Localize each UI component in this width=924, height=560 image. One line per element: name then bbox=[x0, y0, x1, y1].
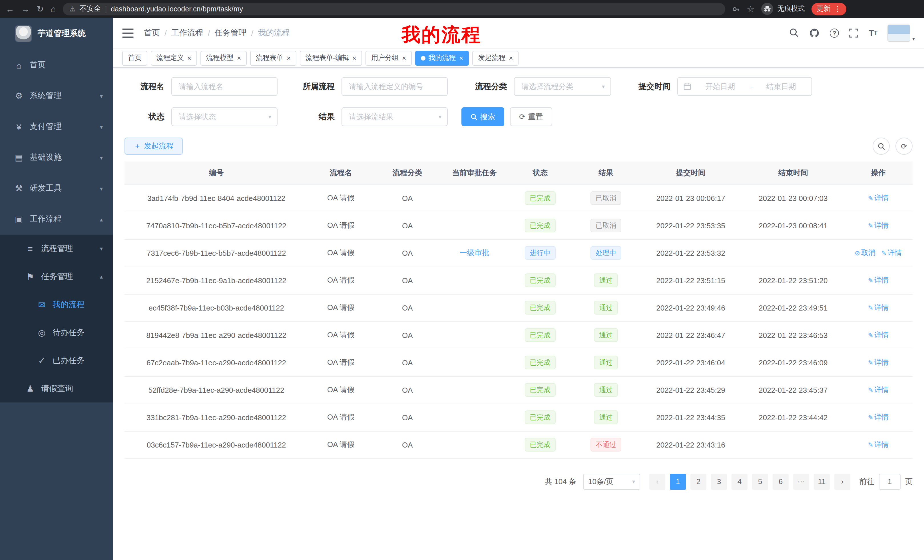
page-button-11[interactable]: 11 bbox=[814, 473, 830, 490]
breadcrumb-item[interactable]: 任务管理 bbox=[215, 28, 247, 38]
prev-page-button[interactable]: ‹ bbox=[650, 473, 665, 490]
next-page-button[interactable]: › bbox=[834, 473, 850, 490]
sidebar-item-home[interactable]: ⌂首页 bbox=[0, 49, 113, 81]
sidebar-item-my-process[interactable]: ✉我的流程 bbox=[0, 290, 113, 319]
sidebar-item-done-tasks[interactable]: ✓已办任务 bbox=[0, 346, 113, 374]
incognito-label: 无痕模式 bbox=[777, 4, 805, 14]
process-def-label: 所属流程 bbox=[291, 81, 334, 91]
more-pages-button[interactable]: ··· bbox=[793, 473, 809, 490]
current-task-link[interactable]: 一级审批 bbox=[459, 248, 489, 257]
bookmark-star-icon[interactable]: ☆ bbox=[747, 4, 754, 13]
detail-action-link[interactable]: ✎详情 bbox=[868, 358, 889, 366]
status-select[interactable]: 请选择状态 ▾ bbox=[171, 107, 278, 126]
home-icon[interactable]: ⌂ bbox=[51, 4, 56, 13]
create-process-button[interactable]: ＋ 发起流程 bbox=[124, 138, 183, 155]
back-icon[interactable]: ← bbox=[6, 4, 14, 13]
detail-action-link[interactable]: ✎详情 bbox=[868, 386, 889, 394]
cancel-action-link[interactable]: ⊘取消 bbox=[855, 249, 875, 257]
password-key-icon[interactable] bbox=[732, 5, 740, 13]
close-icon[interactable]: × bbox=[352, 54, 356, 62]
close-icon[interactable]: × bbox=[509, 54, 513, 62]
close-icon[interactable]: × bbox=[237, 54, 241, 62]
sidebar-item-task-management[interactable]: ⚑任务管理▴ bbox=[0, 263, 113, 290]
cell-process-name: OA 请假 bbox=[308, 184, 374, 212]
result-select[interactable]: 请选择流结果 ▾ bbox=[342, 107, 448, 126]
close-icon[interactable]: × bbox=[402, 54, 406, 62]
date-range-picker[interactable]: 开始日期 - 结束日期 bbox=[677, 77, 812, 96]
detail-action-link[interactable]: ✎详情 bbox=[868, 194, 889, 202]
search-button[interactable]: 搜索 bbox=[461, 107, 504, 126]
sidebar-item-payment[interactable]: ¥支付管理▾ bbox=[0, 111, 113, 142]
tab-process-model[interactable]: 流程模型× bbox=[201, 51, 247, 65]
github-icon[interactable] bbox=[809, 28, 819, 38]
detail-action-label: 详情 bbox=[874, 440, 889, 448]
help-icon[interactable]: ? bbox=[830, 28, 839, 37]
font-size-icon[interactable]: TT bbox=[868, 28, 878, 38]
sidebar-item-leave-query[interactable]: ♟请假查询 bbox=[0, 374, 113, 403]
tab-user-group[interactable]: 用户分组× bbox=[366, 51, 412, 65]
breadcrumb-item[interactable]: 首页 bbox=[144, 28, 160, 38]
tab-start-process[interactable]: 发起流程× bbox=[472, 51, 519, 65]
tab-process-form-edit[interactable]: 流程表单-编辑× bbox=[300, 51, 362, 65]
tab-my-process[interactable]: 我的流程× bbox=[415, 51, 469, 65]
cell-current-task bbox=[441, 349, 508, 376]
sidebar-item-label: 流程管理 bbox=[41, 244, 73, 254]
page-button-1[interactable]: 1 bbox=[670, 473, 686, 490]
user-menu[interactable]: ▾ bbox=[888, 24, 915, 41]
calendar-icon bbox=[684, 83, 691, 90]
process-name-input[interactable] bbox=[171, 77, 278, 96]
close-icon[interactable]: × bbox=[286, 54, 291, 62]
sidebar-item-workflow[interactable]: ▣工作流程▴ bbox=[0, 204, 113, 235]
update-button[interactable]: 更新 ⋮ bbox=[812, 3, 846, 15]
toggle-search-icon[interactable] bbox=[873, 138, 890, 155]
detail-action-link[interactable]: ✎详情 bbox=[868, 221, 889, 229]
detail-action-link[interactable]: ✎详情 bbox=[868, 331, 889, 339]
cell-category: OA bbox=[374, 267, 441, 294]
menu-dots-icon[interactable]: ⋮ bbox=[834, 4, 841, 13]
reload-icon[interactable]: ↻ bbox=[36, 4, 44, 13]
fullscreen-icon[interactable] bbox=[849, 28, 858, 37]
detail-action-link[interactable]: ✎详情 bbox=[868, 413, 889, 421]
leave-query-icon: ♟ bbox=[25, 383, 35, 394]
sidebar-item-todo-tasks[interactable]: ◎待办任务 bbox=[0, 319, 113, 346]
cell-id: 331bc281-7b9a-11ec-a290-acde48001122 bbox=[124, 404, 308, 431]
close-icon[interactable]: × bbox=[459, 54, 463, 62]
breadcrumb-item[interactable]: 工作流程 bbox=[171, 28, 203, 38]
sidebar-item-label: 首页 bbox=[30, 60, 46, 70]
detail-action-link[interactable]: ✎详情 bbox=[868, 276, 889, 284]
process-def-input[interactable] bbox=[342, 77, 448, 96]
sidebar-item-system[interactable]: ⚙系统管理▾ bbox=[0, 81, 113, 111]
refresh-table-icon[interactable]: ⟳ bbox=[896, 138, 913, 155]
detail-action-link[interactable]: ✎详情 bbox=[868, 440, 889, 448]
goto-page-input[interactable] bbox=[879, 473, 901, 490]
column-header: 编号 bbox=[124, 162, 308, 184]
tab-label: 流程模型 bbox=[206, 53, 234, 63]
sidebar-item-process-management[interactable]: ≡流程管理▾ bbox=[0, 235, 113, 263]
detail-action-label: 详情 bbox=[874, 358, 889, 366]
page-button-2[interactable]: 2 bbox=[690, 473, 706, 490]
page-button-4[interactable]: 4 bbox=[732, 473, 747, 490]
detail-action-link[interactable]: ✎详情 bbox=[881, 249, 902, 257]
page-button-5[interactable]: 5 bbox=[752, 473, 768, 490]
page-button-6[interactable]: 6 bbox=[772, 473, 789, 490]
page-size-select[interactable]: 10条/页 ▾ bbox=[583, 473, 640, 490]
reset-button[interactable]: ⟳ 重置 bbox=[510, 107, 552, 126]
cell-submit-time: 2022-01-22 23:46:04 bbox=[639, 349, 742, 376]
sidebar-item-infrastructure[interactable]: ▤基础设施▾ bbox=[0, 142, 113, 173]
tab-process-form[interactable]: 流程表单× bbox=[250, 51, 296, 65]
forward-icon[interactable]: → bbox=[21, 4, 30, 13]
page-button-3[interactable]: 3 bbox=[711, 473, 727, 490]
column-header: 流程名 bbox=[308, 162, 374, 184]
cell-category: OA bbox=[374, 376, 441, 404]
close-icon[interactable]: × bbox=[188, 54, 191, 62]
category-select[interactable]: 请选择流程分类 ▾ bbox=[514, 77, 611, 96]
detail-action-link[interactable]: ✎详情 bbox=[868, 303, 889, 311]
sidebar-item-devtools[interactable]: ⚒研发工具▾ bbox=[0, 173, 113, 204]
breadcrumb: 首页/工作流程/任务管理/我的流程 bbox=[144, 28, 290, 38]
tab-process-definition[interactable]: 流程定义× bbox=[151, 51, 197, 65]
search-icon[interactable] bbox=[789, 28, 799, 38]
tab-home[interactable]: 首页 bbox=[122, 51, 147, 65]
address-bar[interactable]: ⚠ 不安全 | dashboard.yudao.iocoder.cn/bpm/t… bbox=[63, 3, 725, 15]
cell-actions: ✎详情 bbox=[844, 349, 913, 376]
hamburger-icon[interactable] bbox=[122, 28, 134, 37]
